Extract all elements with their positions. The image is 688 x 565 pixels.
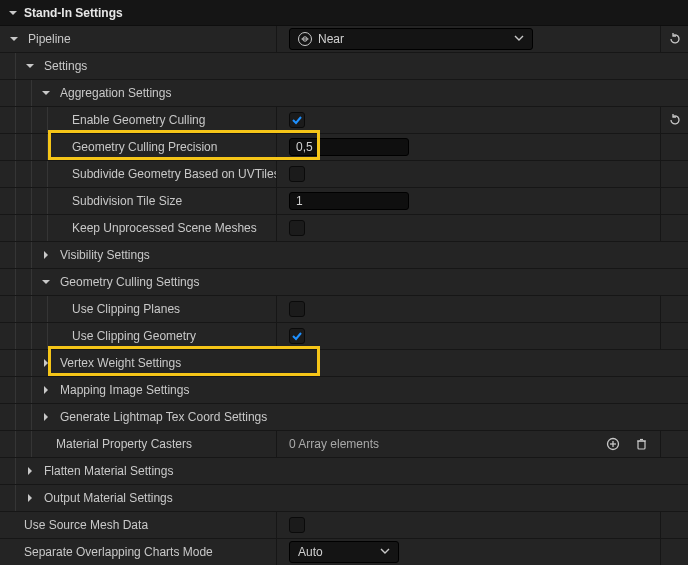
- geometry-culling-precision-label: Geometry Culling Precision: [66, 140, 217, 154]
- chevron-down-icon[interactable]: [6, 31, 22, 47]
- output-material-settings-row: Output Material Settings: [0, 485, 688, 512]
- overlapping-charts-mode-label: Separate Overlapping Charts Mode: [18, 545, 213, 559]
- subdivision-tile-size-input[interactable]: 1: [289, 192, 409, 210]
- chevron-right-icon[interactable]: [38, 409, 54, 425]
- svg-rect-5: [638, 441, 645, 449]
- keep-unprocessed-meshes-label: Keep Unprocessed Scene Meshes: [66, 221, 257, 235]
- pipeline-label: Pipeline: [22, 32, 71, 46]
- chevron-right-icon[interactable]: [38, 355, 54, 371]
- chevron-down-icon: [514, 32, 524, 46]
- pipeline-dropdown[interactable]: Near: [289, 28, 533, 50]
- subdivision-tile-size-label: Subdivision Tile Size: [66, 194, 182, 208]
- stand-in-settings-panel: Stand-In Settings Pipeline Near: [0, 0, 688, 565]
- chevron-right-icon[interactable]: [38, 247, 54, 263]
- keep-unprocessed-meshes-checkbox[interactable]: [289, 220, 305, 236]
- chevron-down-icon: [380, 545, 390, 559]
- subdivide-uvtiles-label: Subdivide Geometry Based on UVTiles: [66, 167, 277, 181]
- reset-icon[interactable]: [666, 111, 684, 129]
- panel-body: Pipeline Near: [0, 26, 688, 565]
- add-icon[interactable]: [604, 435, 622, 453]
- chevron-down-icon[interactable]: [38, 274, 54, 290]
- overlapping-charts-mode-dropdown[interactable]: Auto: [289, 541, 399, 563]
- pipeline-dropdown-value: Near: [318, 32, 344, 46]
- chevron-down-icon[interactable]: [8, 8, 18, 18]
- geometry-culling-precision-input[interactable]: 0,5: [289, 138, 409, 156]
- chevron-right-icon[interactable]: [22, 490, 38, 506]
- output-material-settings-label: Output Material Settings: [38, 491, 173, 505]
- chevron-right-icon[interactable]: [38, 382, 54, 398]
- settings-label: Settings: [38, 59, 87, 73]
- settings-row: Settings: [0, 53, 688, 80]
- vertex-weight-settings-label: Vertex Weight Settings: [54, 356, 181, 370]
- use-clipping-planes-checkbox[interactable]: [289, 301, 305, 317]
- chevron-right-icon[interactable]: [22, 463, 38, 479]
- use-clipping-planes-label: Use Clipping Planes: [66, 302, 180, 316]
- use-clipping-planes-row: Use Clipping Planes: [0, 296, 688, 323]
- aggregation-settings-row: Aggregation Settings: [0, 80, 688, 107]
- panel-header: Stand-In Settings: [0, 0, 688, 26]
- pipeline-row: Pipeline Near: [0, 26, 688, 53]
- material-property-casters-label: Material Property Casters: [50, 437, 192, 451]
- overlapping-charts-mode-value: Auto: [298, 545, 323, 559]
- use-source-mesh-data-label: Use Source Mesh Data: [18, 518, 148, 532]
- geometry-culling-settings-row: Geometry Culling Settings: [0, 269, 688, 296]
- flatten-material-settings-row: Flatten Material Settings: [0, 458, 688, 485]
- use-clipping-geometry-label: Use Clipping Geometry: [66, 329, 196, 343]
- use-source-mesh-data-row: Use Source Mesh Data: [0, 512, 688, 539]
- visibility-settings-label: Visibility Settings: [54, 248, 150, 262]
- subdivision-tile-size-row: Subdivision Tile Size 1: [0, 188, 688, 215]
- enable-geometry-culling-row: Enable Geometry Culling: [0, 107, 688, 134]
- flatten-material-settings-label: Flatten Material Settings: [38, 464, 173, 478]
- geometry-culling-precision-row: Geometry Culling Precision 0,5: [0, 134, 688, 161]
- vertex-weight-settings-row: Vertex Weight Settings: [0, 350, 688, 377]
- trash-icon[interactable]: [632, 435, 650, 453]
- material-property-casters-value: 0 Array elements: [289, 437, 379, 451]
- geometry-culling-settings-label: Geometry Culling Settings: [54, 275, 199, 289]
- material-property-casters-row: Material Property Casters 0 Array elemen…: [0, 431, 688, 458]
- globe-icon: [298, 32, 312, 46]
- lightmap-texcoord-settings-label: Generate Lightmap Tex Coord Settings: [54, 410, 267, 424]
- use-clipping-geometry-checkbox[interactable]: [289, 328, 305, 344]
- mapping-image-settings-label: Mapping Image Settings: [54, 383, 189, 397]
- mapping-image-settings-row: Mapping Image Settings: [0, 377, 688, 404]
- enable-geometry-culling-label: Enable Geometry Culling: [66, 113, 205, 127]
- aggregation-settings-label: Aggregation Settings: [54, 86, 171, 100]
- lightmap-texcoord-settings-row: Generate Lightmap Tex Coord Settings: [0, 404, 688, 431]
- subdivide-uvtiles-checkbox[interactable]: [289, 166, 305, 182]
- enable-geometry-culling-checkbox[interactable]: [289, 112, 305, 128]
- use-clipping-geometry-row: Use Clipping Geometry: [0, 323, 688, 350]
- subdivide-uvtiles-row: Subdivide Geometry Based on UVTiles: [0, 161, 688, 188]
- keep-unprocessed-meshes-row: Keep Unprocessed Scene Meshes: [0, 215, 688, 242]
- use-source-mesh-data-checkbox[interactable]: [289, 517, 305, 533]
- chevron-down-icon[interactable]: [22, 58, 38, 74]
- visibility-settings-row: Visibility Settings: [0, 242, 688, 269]
- reset-icon[interactable]: [666, 30, 684, 48]
- chevron-down-icon[interactable]: [38, 85, 54, 101]
- overlapping-charts-mode-row: Separate Overlapping Charts Mode Auto: [0, 539, 688, 565]
- panel-title: Stand-In Settings: [24, 6, 123, 20]
